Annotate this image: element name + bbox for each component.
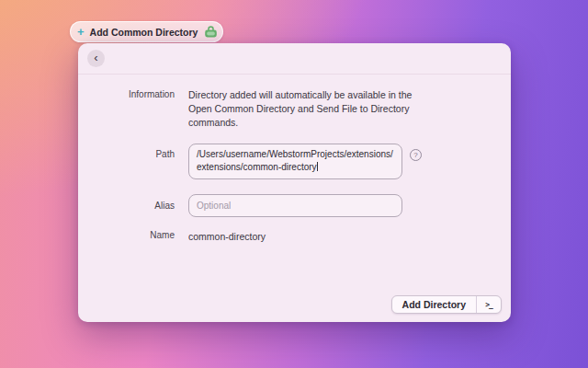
toolbar-button-label: Add Common Directory [90,27,198,38]
add-directory-button[interactable]: Add Directory [392,296,476,313]
add-common-directory-toolbar-button[interactable]: + Add Common Directory [70,21,223,42]
help-icon[interactable]: ? [410,149,422,161]
name-row: Name common-directory [78,230,511,242]
window-body: Information Directory added will automat… [78,75,511,242]
path-label: Path [78,144,175,179]
information-row: Information Directory added will automat… [78,88,511,130]
alias-row: Alias [78,194,511,217]
name-value: common-directory [188,230,266,242]
add-directory-split-button: Add Directory >_ [391,295,502,314]
path-row: Path /Users/username/WebstormProjects/ex… [78,144,511,179]
information-label: Information [78,88,175,130]
lock-icon [203,26,218,39]
alias-input[interactable] [188,194,402,217]
path-value: /Users/username/WebstormProjects/extensi… [197,149,393,172]
alias-label: Alias [78,201,175,211]
text-caret [317,162,318,171]
window-header: ‹ [78,43,511,75]
path-input[interactable]: /Users/username/WebstormProjects/extensi… [188,144,402,179]
add-directory-window: ‹ Information Directory added will autom… [78,43,511,322]
terminal-icon[interactable]: >_ [477,296,501,313]
window-footer: Add Directory >_ [391,295,502,314]
information-text: Directory added will automatically be av… [188,88,424,130]
plus-icon: + [77,26,85,38]
name-label: Name [78,230,175,242]
back-button[interactable]: ‹ [87,50,105,67]
back-icon: ‹ [94,52,97,63]
